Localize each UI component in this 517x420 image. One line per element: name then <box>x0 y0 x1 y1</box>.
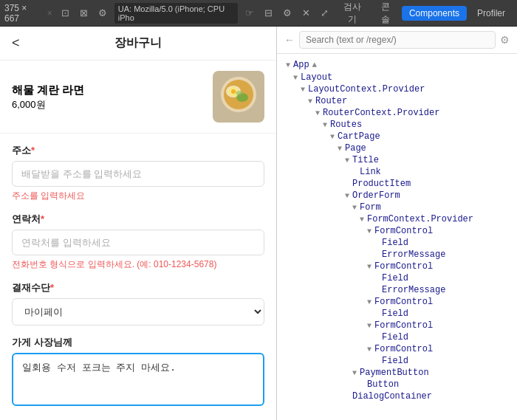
tree-item-errormessage-1[interactable]: ErrorMessage <box>277 249 517 261</box>
address-group: 주소* 주소를 입력하세요 <box>12 144 264 202</box>
tree-item-form[interactable]: ▼ Form <box>277 202 517 213</box>
tree-item-field-4[interactable]: Field <box>277 331 517 343</box>
tree-item-routes[interactable]: ▼ Routes <box>277 119 517 131</box>
tree-item-dialogcontainer[interactable]: DialogContainer <box>277 390 517 402</box>
camera-icon[interactable]: ⊟ <box>261 6 275 20</box>
tree-item-formcontext[interactable]: ▼ FormContext.Provider <box>277 213 517 225</box>
address-error: 주소를 입력하세요 <box>12 190 264 202</box>
ua-label: UA: Mozilla/5.0 (iPhone; CPU iPho <box>114 3 238 24</box>
payment-label: 결재수단* <box>12 281 264 295</box>
tree-item-formcontrol-3[interactable]: ▼ FormControl <box>277 296 517 308</box>
address-input[interactable] <box>12 161 264 187</box>
order-form: 주소* 주소를 입력하세요 연락처* 전화번호 형식으로 입력하세요. (예: … <box>0 134 276 420</box>
tree-item-formcontrol-5[interactable]: ▼ FormControl <box>277 343 517 355</box>
tree-item-router[interactable]: ▼ Router <box>277 95 517 107</box>
mobile-preview: < 장바구니 해물 계란 라면 6,000원 <box>0 27 277 420</box>
tree-item-productitem[interactable]: ProductItem <box>277 178 517 190</box>
phone-error: 전화번호 형식으로 입력하세요. (예: 010-1234-5678) <box>12 258 264 271</box>
devtools-search-input[interactable] <box>299 31 496 49</box>
cart-header: < 장바구니 <box>0 27 276 61</box>
product-info: 해물 계란 라면 6,000원 <box>12 83 84 111</box>
tab-console[interactable]: 콘솔 <box>372 0 398 28</box>
tree-item-field-3[interactable]: Field <box>277 308 517 320</box>
tree-item-title[interactable]: ▼ Title <box>277 154 517 166</box>
phone-input[interactable] <box>12 230 264 255</box>
component-tree: ▼ App ▲ ▼ Layout ▼ LayoutContext.Provide… <box>277 54 517 420</box>
product-image <box>213 71 264 123</box>
more-icon[interactable]: ⚙ <box>280 6 295 20</box>
screenshot-icon[interactable]: ⊠ <box>77 6 91 20</box>
devtools-back-icon[interactable]: ← <box>284 34 295 46</box>
phone-label: 연락처* <box>12 213 264 226</box>
tree-item-formcontrol-1[interactable]: ▼ FormControl <box>277 225 517 237</box>
payment-select[interactable]: 마이페이 신용카드 현금 <box>12 298 264 326</box>
tab-inspector[interactable]: 검사기 <box>336 0 369 28</box>
tree-node-app: ▼ App ▲ <box>277 58 517 72</box>
viewport-dimensions: 375 × 667 <box>4 3 41 24</box>
tree-item-button[interactable]: Button <box>277 379 517 390</box>
product-row: 해물 계란 라면 6,000원 <box>0 61 276 134</box>
address-label: 주소* <box>12 144 264 157</box>
expand-icon[interactable]: ⤢ <box>318 6 332 20</box>
devtools-search-bar: ← ⚙ <box>277 27 517 54</box>
devtools-settings-icon[interactable]: ⚙ <box>500 34 510 46</box>
tree-item-errormessage-2[interactable]: ErrorMessage <box>277 284 517 296</box>
cart-page: < 장바구니 해물 계란 라면 6,000원 <box>0 27 276 420</box>
tree-item-field-1[interactable]: Field <box>277 237 517 249</box>
tree-item-link[interactable]: Link <box>277 166 517 178</box>
devtools-panel: ← ⚙ ▼ App ▲ ▼ Layout ▼ LayoutContext.Pro… <box>277 27 517 420</box>
owner-message-group: 가게 사장님께 일회용 수저 포크는 주지 마세요. <box>12 336 264 408</box>
tree-item-router-context[interactable]: ▼ RouterContext.Provider <box>277 107 517 119</box>
main-area: < 장바구니 해물 계란 라면 6,000원 <box>0 27 517 420</box>
browser-toolbar: 375 × 667 × ⊡ ⊠ ⚙ UA: Mozilla/5.0 (iPhon… <box>0 0 517 27</box>
tree-item-page[interactable]: ▼ Page <box>277 142 517 154</box>
product-price: 6,000원 <box>12 98 84 111</box>
tree-item-layout[interactable]: ▼ Layout <box>277 72 517 83</box>
responsive-icon[interactable]: ⊡ <box>58 6 72 20</box>
tab-components[interactable]: Components <box>402 6 467 21</box>
tree-item-field-2[interactable]: Field <box>277 272 517 284</box>
back-button[interactable]: < <box>12 35 20 51</box>
devtools-tab-bar: 검사기 콘솔 Components Profiler <box>336 0 513 28</box>
svg-point-7 <box>236 91 243 95</box>
phone-group: 연락처* 전화번호 형식으로 입력하세요. (예: 010-1234-5678) <box>12 213 264 271</box>
tree-item-cartpage[interactable]: ▼ CartPage <box>277 131 517 142</box>
tree-item-formcontrol-2[interactable]: ▼ FormControl <box>277 261 517 272</box>
tree-item-field-5[interactable]: Field <box>277 355 517 367</box>
close-icon[interactable]: ✕ <box>299 6 313 20</box>
touch-icon[interactable]: ☞ <box>242 6 257 20</box>
settings-icon[interactable]: ⚙ <box>95 6 110 20</box>
tab-profiler[interactable]: Profiler <box>470 6 513 21</box>
tree-item-paymentbutton[interactable]: ▼ PaymentButton <box>277 367 517 379</box>
payment-group: 결재수단* 마이페이 신용카드 현금 <box>12 281 264 326</box>
product-name: 해물 계란 라면 <box>12 83 84 98</box>
tree-item-layout-context[interactable]: ▼ LayoutContext.Provider <box>277 83 517 95</box>
owner-message-input[interactable]: 일회용 수저 포크는 주지 마세요. <box>12 353 264 406</box>
owner-message-label: 가게 사장님께 <box>12 336 264 349</box>
tree-item-formcontrol-4[interactable]: ▼ FormControl <box>277 320 517 331</box>
cart-title: 장바구니 <box>114 35 162 51</box>
svg-point-5 <box>231 89 236 94</box>
tree-item-orderform[interactable]: ▼ OrderForm <box>277 190 517 202</box>
tree-item-app[interactable]: ▼ App ▲ <box>277 59 517 71</box>
